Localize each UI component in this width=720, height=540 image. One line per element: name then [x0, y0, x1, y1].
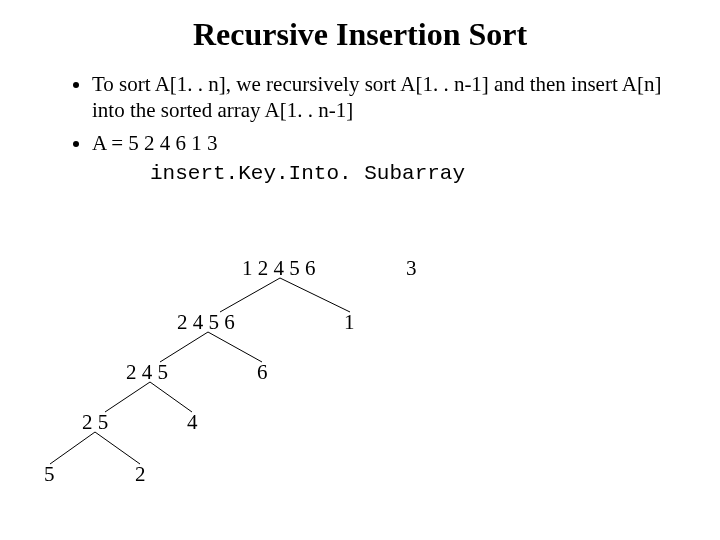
- tree-node-6: 6: [257, 360, 268, 385]
- tree-node-4: 4: [187, 410, 198, 435]
- svg-line-7: [95, 432, 140, 464]
- recursion-tree: 1 2 4 5 6 3 2 4 5 6 1 2 4 5 6 2 5 4 5 2: [0, 0, 720, 540]
- tree-node-5: 5: [44, 462, 55, 487]
- tree-node-12456: 1 2 4 5 6: [242, 256, 316, 281]
- svg-line-4: [105, 382, 150, 412]
- svg-line-2: [160, 332, 208, 362]
- svg-line-3: [208, 332, 262, 362]
- tree-node-1: 1: [344, 310, 355, 335]
- svg-line-1: [280, 278, 350, 312]
- tree-node-25: 2 5: [82, 410, 108, 435]
- tree-node-245: 2 4 5: [126, 360, 168, 385]
- svg-line-6: [50, 432, 95, 464]
- svg-line-5: [150, 382, 192, 412]
- tree-node-3: 3: [406, 256, 417, 281]
- svg-line-0: [220, 278, 280, 312]
- tree-node-2: 2: [135, 462, 146, 487]
- tree-edges: [0, 0, 720, 540]
- tree-node-2456: 2 4 5 6: [177, 310, 235, 335]
